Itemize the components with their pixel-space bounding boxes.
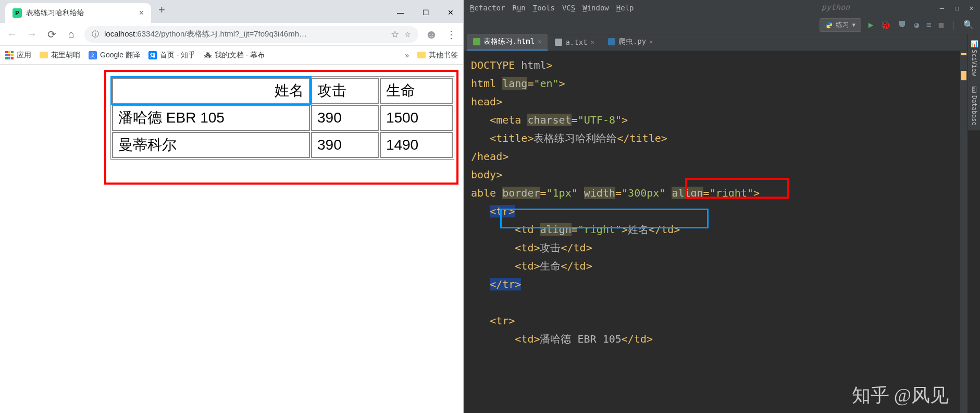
warning-marker[interactable] <box>961 71 966 80</box>
apps-label: 应用 <box>17 51 31 60</box>
ide-side-toolbar: 📊SciView 🗄Database <box>967 34 980 130</box>
mubu-icon: ⁂ <box>204 51 212 59</box>
reload-button[interactable]: ⟳ <box>45 28 58 41</box>
ide-minimize-button[interactable]: — <box>940 4 944 12</box>
coverage-button[interactable]: ⛊ <box>898 20 907 30</box>
annotation-blue-box-ide <box>500 209 709 228</box>
annotation-red-box: 姓名 攻击 生命 潘哈德 EBR 105 390 1500 曼蒂科尔 390 1… <box>104 70 458 185</box>
bookmark-star-icon[interactable]: ☆ <box>404 30 411 39</box>
warning-marker[interactable] <box>961 53 966 55</box>
code-line: DOCTYPE html> <box>471 56 973 75</box>
tab-close-icon[interactable]: × <box>649 38 653 45</box>
stop-button[interactable]: ■ <box>939 20 944 30</box>
zhihu-icon: 知 <box>148 51 157 59</box>
concurrency-button[interactable]: ≡ <box>926 20 932 30</box>
bookmark-item[interactable]: 花里胡哨 <box>40 51 80 60</box>
browser-titlebar: P 表格练习哈利给给 × + — ☐ ✕ <box>0 0 463 23</box>
bookmark-item[interactable]: 知首页 - 知乎 <box>148 51 195 60</box>
ide-menubar: Refactor Run Tools VCS Window Help pytho… <box>464 0 980 16</box>
header-name-cell: 姓名 <box>112 78 310 104</box>
code-line: <meta charset="UTF-8"> <box>471 111 973 129</box>
profile-button[interactable]: ◕ <box>914 20 919 30</box>
pycharm-favicon-icon: P <box>13 8 22 18</box>
browser-tab[interactable]: P 表格练习哈利给给 × <box>5 3 151 23</box>
editor-tab[interactable]: 爬虫.py × <box>602 34 660 51</box>
data-table: 姓名 攻击 生命 潘哈德 EBR 105 390 1500 曼蒂科尔 390 1… <box>110 76 454 160</box>
dropdown-icon: ▼ <box>852 22 855 28</box>
sciview-tool[interactable]: 📊SciView <box>968 34 980 81</box>
url-text: localhost:63342/python/表格练习.html?_ijt=7f… <box>104 29 386 39</box>
search-button[interactable]: 🔍 <box>963 20 974 30</box>
browser-window: P 表格练习哈利给给 × + — ☐ ✕ ← → ⟳ ⌂ ⓘ localhost… <box>0 0 464 413</box>
folder-icon <box>40 52 48 58</box>
address-bar[interactable]: ⓘ localhost:63342/python/表格练习.html?_ijt=… <box>84 26 418 43</box>
menu-refactor[interactable]: Refactor <box>470 4 505 12</box>
run-button[interactable]: ▶ <box>869 20 874 30</box>
tab-title: 表格练习哈利给给 <box>26 8 135 18</box>
bookmarks-overflow-icon[interactable]: » <box>405 51 409 59</box>
run-config-selector[interactable]: 练习 ▼ <box>820 18 861 32</box>
ide-window-controls: — ☐ ✕ <box>940 4 974 12</box>
translate-icon: 文 <box>89 51 97 59</box>
menu-run[interactable]: Run <box>512 4 525 12</box>
python-icon <box>825 21 833 29</box>
bookmark-item[interactable]: 文Google 翻译 <box>89 51 140 60</box>
menu-icon[interactable]: ⋮ <box>444 28 458 41</box>
debug-button[interactable]: 🐞 <box>880 20 891 30</box>
code-line: head> <box>471 93 973 111</box>
tab-close-icon[interactable]: × <box>591 39 594 46</box>
ide-close-button[interactable]: ✕ <box>970 4 974 12</box>
editor-tab[interactable]: a.txt × <box>549 35 600 51</box>
python-file-icon <box>608 38 615 45</box>
editor-tabs: 表格练习.html × a.txt × 爬虫.py × <box>464 34 980 51</box>
home-button[interactable]: ⌂ <box>65 28 78 40</box>
browser-toolbar: ← → ⟳ ⌂ ⓘ localhost:63342/python/表格练习.ht… <box>0 23 463 46</box>
bookmark-item[interactable]: ⁂我的文档 - 幕布 <box>204 51 265 60</box>
project-name: python <box>822 3 850 12</box>
table-row: 姓名 攻击 生命 <box>112 78 453 104</box>
menu-vcs[interactable]: VCS <box>562 4 575 12</box>
editor-tab[interactable]: 表格练习.html × <box>467 34 548 51</box>
other-bookmarks[interactable]: 其他书签 <box>417 51 458 60</box>
code-line <box>471 294 973 312</box>
ide-toolbar: 练习 ▼ ▶ 🐞 ⛊ ◕ ≡ ■ | 🔍 <box>464 16 980 34</box>
database-tool[interactable]: 🗄Database <box>968 81 980 131</box>
code-line: </tr> <box>471 275 973 294</box>
new-tab-button[interactable]: + <box>158 3 165 17</box>
editor-stripe <box>960 51 967 413</box>
code-line: <tr> <box>471 312 973 330</box>
annotation-red-box-ide <box>685 178 789 199</box>
bookmarks-bar: 应用 花里胡哨 文Google 翻译 知首页 - 知乎 ⁂我的文档 - 幕布 »… <box>0 46 463 65</box>
menu-window[interactable]: Window <box>582 4 609 12</box>
ide-window: Refactor Run Tools VCS Window Help pytho… <box>464 0 980 413</box>
table-row: 曼蒂科尔 390 1490 <box>112 132 453 158</box>
code-line: <td>攻击</td> <box>471 239 973 257</box>
close-button[interactable]: ✕ <box>438 2 463 23</box>
ide-maximize-button[interactable]: ☐ <box>954 4 959 12</box>
code-line: <title>表格练习哈利给给</title> <box>471 129 973 148</box>
profile-icon[interactable]: ☻ <box>425 27 438 42</box>
apps-button[interactable]: 应用 <box>5 51 31 60</box>
menu-help[interactable]: Help <box>616 4 634 12</box>
window-controls: — ☐ ✕ <box>388 2 463 23</box>
code-editor[interactable]: DOCTYPE html> html lang="en"> head> <met… <box>464 51 980 413</box>
header-life-cell: 生命 <box>380 78 453 104</box>
header-attack-cell: 攻击 <box>311 78 379 104</box>
info-icon: ⓘ <box>92 30 99 39</box>
html-file-icon <box>473 38 480 45</box>
code-line: <td>潘哈德 EBR 105</td> <box>471 330 973 348</box>
translate-icon[interactable]: ☆ <box>391 29 399 40</box>
menu-tools[interactable]: Tools <box>533 4 555 12</box>
maximize-button[interactable]: ☐ <box>413 2 438 23</box>
forward-button[interactable]: → <box>25 28 39 40</box>
code-line: <td>生命</td> <box>471 257 973 275</box>
tab-close-icon[interactable]: × <box>139 8 144 18</box>
apps-icon <box>5 51 14 59</box>
minimize-button[interactable]: — <box>388 2 413 23</box>
table-row: 潘哈德 EBR 105 390 1500 <box>112 105 453 131</box>
text-file-icon <box>555 39 562 46</box>
folder-icon <box>417 52 426 58</box>
tab-close-icon[interactable]: × <box>538 38 541 45</box>
back-button[interactable]: ← <box>5 28 19 40</box>
code-line: html lang="en"> <box>471 75 973 93</box>
